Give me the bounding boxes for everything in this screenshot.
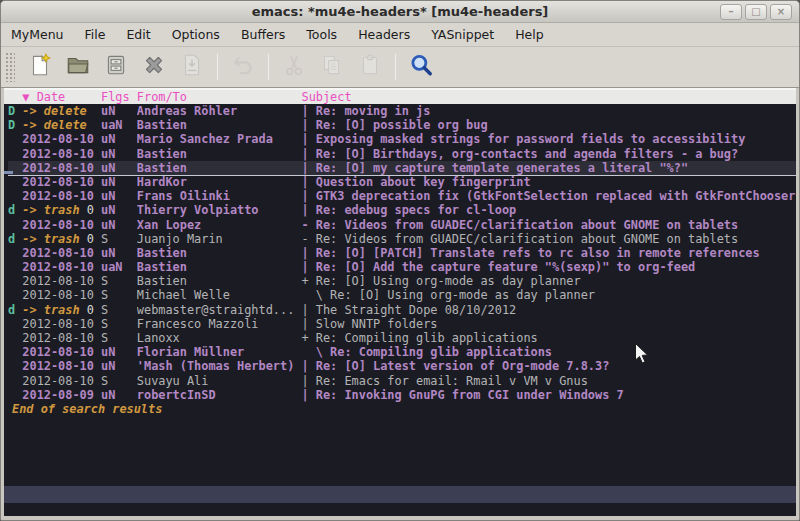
col-flags[interactable]: Flgs: [101, 90, 130, 104]
row-flags: uN: [101, 132, 130, 146]
menu-item-mymenu[interactable]: MyMenu: [11, 27, 64, 42]
row-flags: S: [101, 288, 130, 302]
message-row[interactable]: d -> trash 0 S webmaster@straightd... | …: [8, 303, 796, 317]
row-flags: uN: [101, 189, 130, 203]
row-from: Bastien: [137, 161, 294, 175]
toolbar-drag-handle[interactable]: [5, 52, 15, 82]
message-row[interactable]: D -> delete uN Andreas Röhler | Re: movi…: [8, 104, 796, 118]
message-row[interactable]: 2012-08-10 uN Mario Sanchez Prada | Expo…: [8, 132, 796, 146]
message-row[interactable]: 2012-08-10 S Lanoxx + Re: Compiling glib…: [8, 331, 796, 345]
open-folder-icon: [65, 52, 91, 82]
mark-flag: [8, 175, 22, 189]
row-from: Suvayu Ali: [137, 374, 294, 388]
row-date: 2012-08-10: [22, 147, 94, 161]
row-subject: | Re: [O] my capture template generates …: [301, 161, 796, 175]
message-row[interactable]: 2012-08-10 uN Florian Müllner \ Re: Comp…: [8, 345, 796, 359]
menu-item-tools[interactable]: Tools: [306, 27, 337, 42]
message-row[interactable]: 2012-08-10 S Bastien + Re: [O] Using org…: [8, 274, 796, 288]
message-row[interactable]: 2012-08-10 S Michael Welle \ Re: [O] Usi…: [8, 288, 796, 302]
mark-flag: [8, 388, 22, 402]
close-button[interactable]: ×: [770, 4, 792, 20]
col-subject[interactable]: Subject: [301, 90, 796, 104]
row-subject: + Re: [O] Using org-mode as day planner: [301, 274, 796, 288]
row-subject: \ Re: Compiling glib applications: [301, 345, 796, 359]
mouse-cursor: [634, 342, 649, 365]
col-date[interactable]: ▼ Date: [22, 90, 94, 104]
message-row[interactable]: d -> trash 0 uN Thierry Volpiatto | Re: …: [8, 203, 796, 217]
cut-button[interactable]: [275, 51, 313, 83]
row-subject: | Re: [O] [PATCH] Translate refs to rc a…: [301, 246, 796, 260]
search-button[interactable]: [402, 51, 440, 83]
row-subject: + Re: Compiling glib applications: [301, 331, 796, 345]
undo-button[interactable]: [224, 51, 262, 83]
row-subject: | Re: [O] possible org bug: [301, 118, 796, 132]
row-flags: S: [101, 317, 130, 331]
message-row[interactable]: 2012-08-10 uaN Bastien | Re: [O] Add the…: [8, 260, 796, 274]
maximize-button[interactable]: □: [745, 4, 767, 20]
window-title: emacs: *mu4e-headers* [mu4e-headers]: [252, 4, 549, 19]
message-row[interactable]: d -> trash 0 S Juanjo Marin - Re: Videos…: [8, 232, 796, 246]
row-flags: uN: [101, 175, 130, 189]
copy-icon: [319, 52, 345, 82]
mark-flag: D: [8, 118, 22, 132]
message-row[interactable]: 2012-08-10 S Suvayu Ali | Re: Emacs for …: [8, 374, 796, 388]
row-from: Bastien: [137, 260, 294, 274]
mark-flag: [8, 132, 22, 146]
menu-item-options[interactable]: Options: [172, 27, 220, 42]
row-flags: S: [101, 331, 130, 345]
copy-button[interactable]: [313, 51, 351, 83]
message-row[interactable]: 2012-08-09 uN robertcInSD | Re: Invoking…: [8, 388, 796, 402]
menu-bar: MyMenuFileEditOptionsBuffersToolsHeaders…: [1, 23, 799, 47]
minimize-button[interactable]: –: [720, 4, 742, 20]
row-date: 2012-08-09: [22, 388, 94, 402]
mode-line[interactable]: *mu4e-headers* ( 5, 0) [All/2.0k] [mu4e-…: [4, 486, 796, 503]
title-bar[interactable]: emacs: *mu4e-headers* [mu4e-headers] – □…: [1, 1, 799, 23]
echo-area[interactable]: [4, 503, 796, 516]
row-subject: | Re: edebug specs for cl-loop: [301, 203, 796, 217]
row-subject: - Re: Videos from GUADEC/clarification a…: [301, 218, 796, 232]
message-row[interactable]: 2012-08-10 uN Bastien | Re: [O] [PATCH] …: [8, 246, 796, 260]
menu-item-help[interactable]: Help: [515, 27, 544, 42]
mark-flag: [8, 317, 22, 331]
row-date: 2012-08-10: [22, 345, 94, 359]
row-date: 2012-08-10: [22, 175, 94, 189]
mark-flag: [8, 374, 22, 388]
menu-item-buffers[interactable]: Buffers: [241, 27, 285, 42]
col-from[interactable]: From/To: [137, 90, 294, 104]
row-from: Bastien: [137, 274, 294, 288]
message-row[interactable]: 2012-08-10 uN Bastien | Re: [O] my captu…: [8, 161, 796, 175]
paste-button[interactable]: [351, 51, 389, 83]
message-row[interactable]: 2012-08-10 uN 'Mash (Thomas Herbert) | R…: [8, 359, 796, 373]
new-file-icon: [27, 52, 53, 82]
row-date: -> trash 0: [22, 303, 94, 317]
cut-icon: [281, 52, 307, 82]
mark-flag: d: [8, 203, 22, 217]
message-row[interactable]: 2012-08-10 uN Frans Oilinki | GTK3 depre…: [8, 189, 796, 203]
menu-item-yasnippet[interactable]: YASnippet: [431, 27, 494, 42]
open-folder-button[interactable]: [59, 51, 97, 83]
row-from: webmaster@straightd...: [137, 303, 294, 317]
row-from: Michael Welle: [137, 288, 294, 302]
save-button[interactable]: [97, 51, 135, 83]
message-row[interactable]: 2012-08-10 uN Bastien | Re: [O] Birthday…: [8, 147, 796, 161]
new-file-button[interactable]: [21, 51, 59, 83]
row-date: 2012-08-10: [22, 359, 94, 373]
menu-item-edit[interactable]: Edit: [126, 27, 150, 42]
save-as-button[interactable]: [173, 51, 211, 83]
message-row[interactable]: 2012-08-10 uN Xan Lopez - Re: Videos fro…: [8, 218, 796, 232]
menu-item-file[interactable]: File: [85, 27, 106, 42]
row-from: Francesco Mazzoli: [137, 317, 294, 331]
row-subject: | Re: moving in js: [301, 104, 796, 118]
message-row[interactable]: D -> delete uaN Bastien | Re: [O] possib…: [8, 118, 796, 132]
menu-item-headers[interactable]: Headers: [358, 27, 410, 42]
row-flags: uN: [101, 246, 130, 260]
toolbar-separator: [395, 54, 396, 80]
row-subject: | Re: [O] Birthdays, org-contacts and ag…: [301, 147, 796, 161]
row-subject: | Re: [O] Add the capture feature "%(sex…: [301, 260, 796, 274]
row-date: 2012-08-10: [22, 288, 94, 302]
close-buffer-button[interactable]: [135, 51, 173, 83]
message-list: D -> delete uN Andreas Röhler | Re: movi…: [4, 104, 796, 416]
mark-flag: d: [8, 232, 22, 246]
message-row[interactable]: 2012-08-10 uN HardKor | Question about k…: [8, 175, 796, 189]
message-row[interactable]: 2012-08-10 S Francesco Mazzoli | Slow NN…: [8, 317, 796, 331]
